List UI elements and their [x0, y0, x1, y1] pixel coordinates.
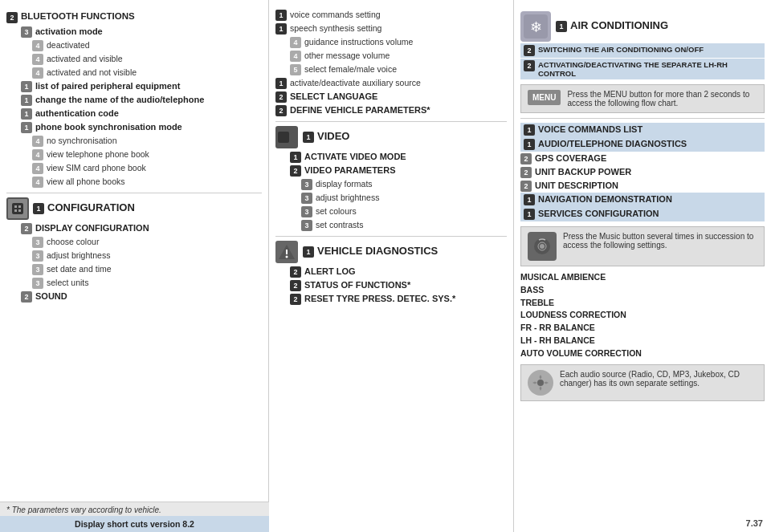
- list-item: 1 speech synthesis setting: [275, 22, 507, 35]
- item-badge: 2: [524, 45, 535, 56]
- list-item: 2 VIDEO PARAMETERS: [290, 164, 507, 177]
- item-badge: 4: [290, 51, 301, 62]
- music-icon: [528, 232, 557, 261]
- list-item: 3 choose colour: [32, 235, 262, 249]
- item-badge: 1: [524, 194, 535, 205]
- list-item: 2 SELECT LANGUAGE: [275, 90, 507, 104]
- item-badge: 4: [32, 54, 43, 65]
- configuration-section: 1 CONFIGURATION 2 DISPLAY CONFIGURATION …: [6, 197, 262, 303]
- list-item: 1 NAVIGATION DEMONSTRATION: [520, 193, 765, 207]
- item-badge: 1: [21, 95, 32, 106]
- item-badge: 4: [32, 67, 43, 79]
- svg-marker-6: [289, 132, 296, 143]
- item-badge: 2: [520, 153, 532, 164]
- vehicle-diag-header-row: 1 VEHICLE DIAGNOSTICS: [275, 241, 507, 263]
- list-item: 1 list of paired peripheral equipment: [21, 79, 262, 93]
- list-item: 1 phone book synchronisation mode: [21, 120, 262, 134]
- item-badge: 3: [301, 179, 312, 190]
- ac-section: ❄ 1 AIR CONDITIONING 2 SWITCHING THE AIR…: [520, 11, 765, 113]
- list-item: 3 display formats: [301, 177, 507, 191]
- list-item: 3 set colours: [301, 205, 507, 218]
- list-item: 3 activation mode: [21, 25, 262, 39]
- ac-icon: ❄: [520, 11, 551, 42]
- audio-info-box: Each audio source (Radio, CD, MP3, Jukeb…: [520, 364, 765, 401]
- svg-rect-0: [12, 203, 23, 214]
- item-badge: 2: [290, 280, 301, 291]
- item-badge: 3: [301, 220, 312, 231]
- config-badge: 1: [33, 203, 44, 214]
- item-badge: 3: [301, 206, 312, 217]
- bluetooth-header-row: 2 BLUETOOTH FUNCTIONS: [6, 11, 262, 23]
- list-item: 1 SERVICES CONFIGURATION: [520, 207, 765, 221]
- list-item: 2 UNIT DESCRIPTION: [520, 179, 765, 193]
- item-badge: 4: [32, 163, 43, 174]
- ac-badge: 1: [556, 21, 567, 32]
- list-item: 4 no synchronisation: [32, 134, 262, 148]
- item-badge: 2: [290, 165, 301, 177]
- item-badge: 3: [301, 193, 312, 204]
- svg-rect-3: [14, 209, 17, 212]
- svg-text:❄: ❄: [530, 19, 542, 35]
- vehicle-diag-badge: 1: [303, 246, 314, 258]
- item-badge: 2: [520, 167, 532, 178]
- video-badge: 1: [303, 132, 314, 143]
- page-number: 7.37: [746, 518, 763, 528]
- item-badge: 1: [21, 81, 32, 92]
- list-item: 1 VOICE COMMANDS LIST: [520, 123, 765, 137]
- list-item: 2 UNIT BACKUP POWER: [520, 165, 765, 179]
- list-item: 1 AUDIO/TELEPHONE DIAGNOSTICS: [520, 137, 765, 152]
- left-column: 2 BLUETOOTH FUNCTIONS 3 activation mode …: [0, 0, 269, 532]
- list-item: 4 view telephone phone book: [32, 148, 262, 161]
- video-title: VIDEO: [317, 130, 349, 142]
- vehicle-diag-icon: [275, 241, 298, 263]
- item-badge: 2: [524, 60, 535, 71]
- list-item: 4 view all phone books: [32, 175, 262, 189]
- bluetooth-title: BLUETOOTH FUNCTIONS: [21, 11, 135, 21]
- list-item: 2 SWITCHING THE AIR CONDITIONING ON/OFF: [520, 43, 765, 58]
- svg-rect-2: [18, 205, 21, 208]
- item-badge: 3: [32, 264, 43, 275]
- item-badge: 2: [290, 294, 301, 305]
- list-item: 1 voice commands setting: [275, 8, 507, 22]
- list-item: 2 RESET TYRE PRESS. DETEC. SYS.*: [290, 292, 507, 306]
- item-badge: 3: [32, 237, 43, 248]
- item-badge: 1: [275, 10, 287, 21]
- item-badge: 1: [290, 152, 301, 163]
- video-section: 1 VIDEO 1 ACTIVATE VIDEO MODE 2 VIDEO PA…: [275, 126, 507, 232]
- speech-section: 1 voice commands setting 1 speech synthe…: [275, 8, 507, 117]
- list-item: 1 ACTIVATE VIDEO MODE: [290, 150, 507, 164]
- svg-rect-1: [14, 205, 17, 208]
- voice-commands-section: 1 VOICE COMMANDS LIST 1 AUDIO/TELEPHONE …: [520, 123, 765, 221]
- list-item: 2 ACTIVATING/DEACTIVATING THE SEPARATE L…: [520, 59, 765, 79]
- list-item: 2 SOUND: [21, 290, 262, 303]
- list-item: 4 view SIM card phone book: [32, 161, 262, 175]
- note-bar: * The parameters vary according to vehic…: [0, 502, 269, 518]
- menu-label: MENU: [528, 90, 561, 105]
- list-item: 5 select female/male voice: [290, 63, 507, 76]
- item-badge: 2: [520, 181, 532, 192]
- svg-point-8: [286, 256, 288, 258]
- vehicle-diag-section: 1 VEHICLE DIAGNOSTICS 2 ALERT LOG 2 STAT…: [275, 241, 507, 306]
- item-badge: 3: [21, 26, 32, 38]
- list-item: 3 select units: [32, 276, 262, 290]
- ac-header-row: ❄ 1 AIR CONDITIONING: [520, 11, 765, 42]
- item-badge: 3: [32, 278, 43, 289]
- list-item: 3 adjust brightness: [301, 191, 507, 205]
- list-item: 4 activated and visible: [32, 52, 262, 66]
- list-item: 4 activated and not visible: [32, 66, 262, 79]
- item-badge: 4: [32, 177, 43, 188]
- item-badge: 2: [290, 266, 301, 278]
- list-item: 3 set date and time: [32, 262, 262, 276]
- svg-point-12: [540, 244, 545, 249]
- vehicle-diag-title: VEHICLE DIAGNOSTICS: [317, 245, 438, 257]
- item-badge: 2: [275, 105, 287, 116]
- menu-info-box: MENU Press the MENU button for more than…: [520, 84, 765, 113]
- main-layout: 2 BLUETOOTH FUNCTIONS 3 activation mode …: [0, 0, 771, 532]
- gear-icon: [528, 370, 553, 396]
- item-badge: 2: [275, 91, 287, 103]
- item-badge: 1: [524, 209, 535, 220]
- item-badge: 5: [290, 64, 301, 75]
- item-badge: 2: [21, 223, 32, 234]
- item-badge: 1: [21, 108, 32, 120]
- list-item: 4 other message volume: [290, 49, 507, 63]
